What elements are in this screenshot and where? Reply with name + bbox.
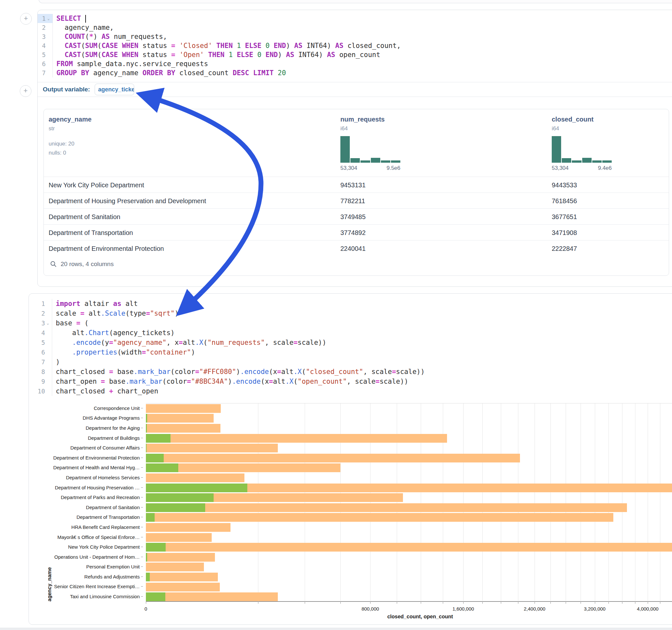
gridline [518,404,518,602]
bar-open-count [146,434,170,443]
column-type: i64 [552,125,559,132]
bar-closed-count [146,533,212,542]
chart-y-label: Department for the Aging [86,425,140,431]
code-text: .properties(width="container") [52,348,195,356]
chart-y-label-row: Department of Consumer Affairs [29,443,143,453]
bar-closed-count [146,513,613,522]
histogram-bar [552,136,561,163]
add-cell-button-top[interactable]: + [20,13,32,25]
table-row[interactable]: Department of Sanitation37494853677651 [44,209,669,224]
bar-closed-count [146,454,520,462]
column-stat: unique: 20 [49,141,74,147]
x-tick-mark [566,602,566,604]
code-text: import altair as alt [52,300,138,308]
add-cell-button-output[interactable]: + [20,85,31,97]
table-cell: 3471908 [552,229,577,236]
chart-y-label-row: Department of Parks and Recreation [29,492,143,502]
x-tick-mark [595,602,595,604]
bar-open-count [146,414,147,422]
line-number: 10 [29,386,52,396]
code-text: scale = alt.Scale(type="sqrt") [52,310,178,317]
bar-open-count [146,553,147,562]
line-number: 7 [38,68,53,77]
next-cell-edge [0,628,672,630]
code-text: chart_closed = base.mark_bar(color="#FFC… [52,368,425,375]
y-tick-mark [141,577,143,577]
column-header-closed_count[interactable]: closed_count [552,116,594,123]
table-row[interactable]: Department of Housing Preservation and D… [44,193,669,209]
line-number: 2 [38,23,53,32]
gridline [550,404,551,602]
y-tick-mark [141,557,143,557]
y-tick-mark [141,467,143,468]
gridline [648,404,648,602]
bar-closed-count [146,424,220,433]
chart-y-label-row: HRA Benefit Card Replacement [29,522,143,532]
sql-code-editor[interactable]: 1⌄SELECT 2 agency_name,3 COUNT(*) AS num… [38,10,672,86]
line-number: 7 [29,357,52,367]
python-code-editor[interactable]: 1import altair as alt2scale = alt.Scale(… [29,294,672,402]
dataframe-preview-table: agency_namestrunique: 20nulls: 0num_requ… [44,109,669,276]
collapse-chevron-icon[interactable]: ⌄ [46,321,50,325]
chart-y-label-row: Department of Housing Preservation … [29,483,143,492]
gridline [608,404,609,602]
chart-y-label: New York City Police Department [68,544,140,550]
chart-y-label-row: Department of Buildings [29,433,143,443]
column-header-agency_name[interactable]: agency_name [49,116,91,123]
column-stat: nulls: 0 [49,150,66,156]
line-number: 9 [29,377,52,386]
gridline [340,404,341,602]
line-number: 5 [29,338,52,347]
bar-open-count [146,543,166,552]
chart-y-label: DHS Advantage Programs [83,415,140,421]
output-variable-row: Output variable: agency_tickets [38,82,672,97]
table-row[interactable]: Department of Transportation377489234719… [44,224,669,240]
bar-closed-count [146,523,231,532]
chart-y-label: Department of Environmental Protection [53,455,140,461]
gridline [595,404,595,602]
chart-y-label-row: Refunds and Adjustments [29,572,143,582]
column-histogram [552,136,612,163]
y-tick-mark [141,517,143,517]
python-line: 1import altair as alt [29,299,672,309]
chart-y-label: Personal Exemption Unit [86,564,140,570]
table-row[interactable]: Department of Environmental Protection22… [44,240,669,256]
bar-open-count [146,493,214,502]
chart-y-label: Refunds and Adjustments [84,574,140,579]
histogram-bar [371,158,380,163]
bar-closed-count [146,503,627,512]
table-row[interactable]: New York City Police Department945313194… [44,177,669,193]
column-header-num_requests[interactable]: num_requests [340,116,385,123]
output-variable-badge[interactable]: agency_tickets [95,83,134,95]
collapse-chevron-icon[interactable]: ⌄ [46,16,51,21]
python-line: 2scale = alt.Scale(type="sqrt") [29,309,672,318]
x-tick-mark [518,602,518,604]
table-footer: 20 rows, 4 columns [44,257,669,271]
code-text: CAST(SUM(CASE WHEN status = 'Open' THEN … [53,51,380,59]
search-icon[interactable] [50,261,57,267]
chart-y-label-row: Senior Citizen Rent Increase Exempti… [29,582,143,592]
chart-y-axis-labels: Correspondence UnitDHS Advantage Program… [29,403,143,602]
histogram-range-labels: 53,3049.4e6 [552,165,612,171]
y-tick-mark [141,547,143,547]
python-line: 3⌄base = ( [29,318,672,328]
line-number: 5 [38,50,53,59]
chart-y-label: Department of Buildings [88,435,140,441]
x-tick-mark [463,602,463,604]
gridline [305,404,305,602]
x-tick-mark [421,602,421,604]
chart-x-axis-title: closed_count, open_count [387,614,453,620]
chart-y-label: Department of Consumer Affairs [70,445,140,451]
y-tick-mark [141,596,143,597]
histogram-bar [340,136,350,163]
table-cell: New York City Police Department [49,181,144,189]
bar-closed-count [146,444,278,453]
chart-y-label-row: Department of Environmental Protection [29,453,143,463]
histogram-bar [562,158,571,163]
code-text: base = ( [52,319,89,327]
y-tick-mark [141,566,143,567]
python-line: 10chart_closed + chart_open [29,386,672,396]
code-text: ) [52,358,60,366]
python-cell-card: 1import altair as alt2scale = alt.Scale(… [28,293,672,625]
chart-y-label: HRA Benefit Card Replacement [71,524,140,530]
